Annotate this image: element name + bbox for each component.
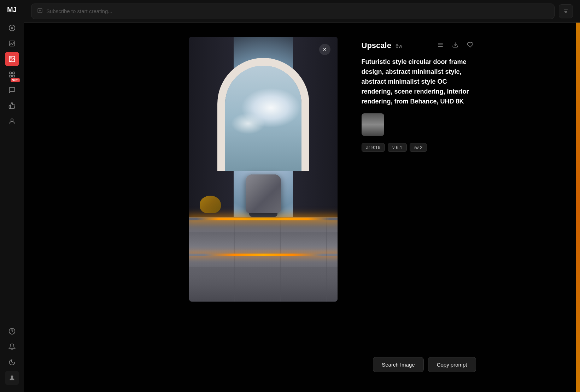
- close-icon: ×: [323, 46, 327, 53]
- detail-header: Upscale 6w: [362, 40, 476, 52]
- search-image-button[interactable]: Search Image: [373, 357, 423, 372]
- bowl-decoration: [200, 196, 221, 213]
- detail-prompt: Futuristic style circular door frame des…: [362, 57, 476, 106]
- filter-button[interactable]: [559, 4, 573, 18]
- search-icon: [37, 8, 43, 14]
- sidebar-item-new[interactable]: New!: [5, 67, 19, 82]
- sidebar-item-notifications[interactable]: [5, 340, 19, 354]
- app-logo: MJ: [7, 6, 17, 14]
- sidebar-item-liked[interactable]: [5, 99, 19, 113]
- tag-iw: iw 2: [410, 143, 427, 152]
- detail-tags: ar 9:16 v 6.1 iw 2: [362, 143, 476, 152]
- sky-clouds: [225, 66, 301, 171]
- floor-surface: [189, 217, 338, 302]
- copy-prompt-button[interactable]: Copy prompt: [428, 357, 476, 372]
- svg-point-9: [11, 119, 13, 121]
- sidebar-item-night[interactable]: [5, 355, 19, 369]
- detail-thumbnail: [362, 113, 384, 136]
- sidebar-item-help[interactable]: [5, 324, 19, 338]
- download-icon: [452, 42, 458, 50]
- sidebar-item-account[interactable]: [5, 371, 19, 385]
- heart-icon: [467, 42, 473, 50]
- download-button[interactable]: [449, 40, 461, 52]
- new-badge: New!: [11, 78, 19, 82]
- detail-time: 6w: [396, 43, 402, 49]
- orange-glow-top: [189, 218, 338, 220]
- svg-point-4: [10, 58, 11, 59]
- svg-point-1: [11, 27, 13, 29]
- topbar: Subscribe to start creating...: [24, 0, 580, 23]
- svg-rect-7: [9, 75, 11, 77]
- detail-bottom-actions: Search Image Copy prompt: [362, 351, 476, 378]
- svg-rect-2: [9, 41, 14, 46]
- device-object: [246, 174, 281, 217]
- detail-actions: [434, 40, 476, 52]
- tag-version: v 6.1: [388, 143, 407, 152]
- detail-panel: Upscale 6w: [352, 31, 486, 386]
- main-image: [189, 37, 338, 302]
- sidebar-item-chat[interactable]: [5, 83, 19, 97]
- orange-glow-bottom: [189, 254, 338, 256]
- thumb-mini-image: [362, 113, 384, 136]
- arch-frame: [217, 58, 309, 171]
- svg-rect-6: [12, 72, 14, 74]
- device-body: [246, 174, 281, 213]
- image-container: ×: [189, 37, 338, 302]
- close-button[interactable]: ×: [319, 44, 330, 55]
- svg-point-0: [9, 25, 15, 31]
- search-placeholder: Subscribe to start creating...: [46, 8, 549, 14]
- floor-lines: [189, 217, 338, 302]
- image-overlay: × Upscale 6w: [24, 23, 580, 392]
- content-area: × Upscale 6w: [24, 23, 580, 392]
- menu-icon: [437, 42, 444, 50]
- tag-ar: ar 9:16: [362, 143, 385, 152]
- sidebar-item-profile[interactable]: [5, 114, 19, 128]
- search-bar[interactable]: Subscribe to start creating...: [31, 4, 555, 19]
- sidebar-item-create[interactable]: [5, 36, 19, 51]
- svg-point-11: [11, 375, 13, 378]
- main-area: Subscribe to start creating...: [24, 0, 580, 392]
- sidebar-item-explore[interactable]: [5, 21, 19, 35]
- sidebar: MJ New!: [0, 0, 24, 392]
- svg-rect-5: [9, 72, 11, 74]
- detail-title: Upscale: [362, 41, 391, 50]
- device-base: [249, 213, 277, 217]
- right-edge-strip: [576, 23, 580, 392]
- svg-rect-8: [12, 75, 14, 77]
- sidebar-item-images[interactable]: [5, 52, 19, 66]
- favorite-button[interactable]: [464, 40, 476, 52]
- arch-inner: [225, 66, 301, 171]
- menu-button[interactable]: [434, 40, 446, 52]
